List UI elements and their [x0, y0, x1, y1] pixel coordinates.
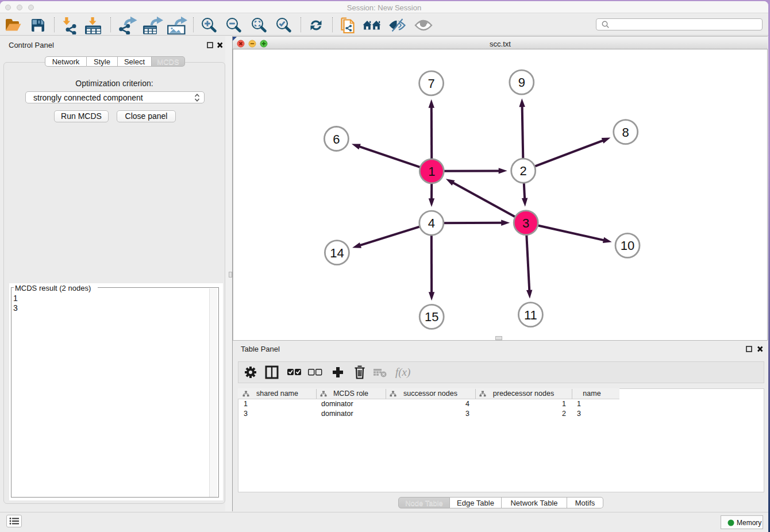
svg-text:2: 2 — [520, 164, 527, 178]
svg-text:9: 9 — [518, 75, 525, 90]
svg-text:15: 15 — [425, 310, 438, 324]
svg-text:4: 4 — [428, 216, 435, 230]
svg-text:3: 3 — [522, 216, 529, 230]
svg-text:14: 14 — [330, 246, 344, 260]
svg-text:10: 10 — [621, 238, 634, 253]
svg-text:8: 8 — [622, 125, 629, 140]
svg-text:1: 1 — [428, 164, 435, 179]
svg-text:7: 7 — [428, 76, 434, 91]
svg-text:11: 11 — [524, 308, 537, 322]
svg-text:6: 6 — [333, 132, 340, 147]
